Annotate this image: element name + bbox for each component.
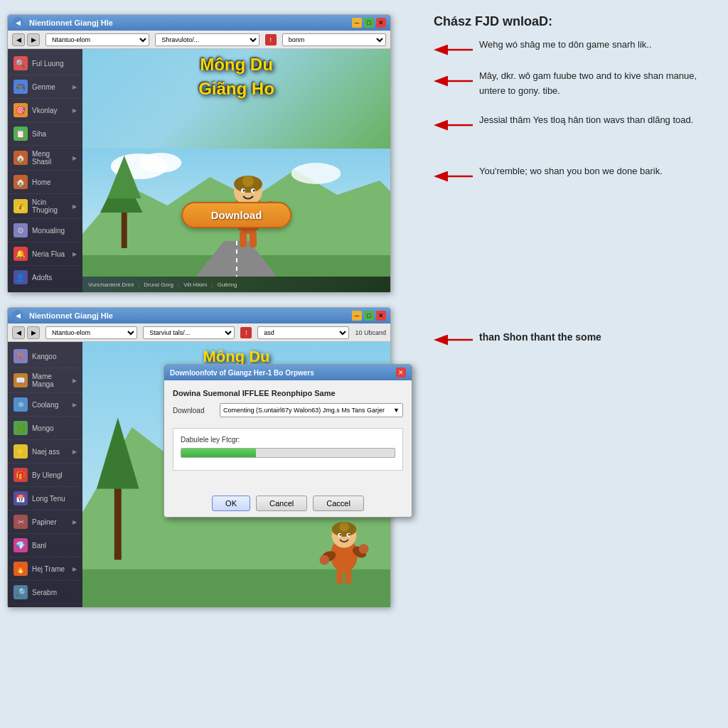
window1-body: 🔍 Ful Luung 🎮 Genme ▶ 🎯 Vkonlay ▶ � — [8, 49, 390, 292]
window2-controls[interactable]: ─ □ ✕ — [352, 311, 386, 321]
extra-nav[interactable]: bonm — [282, 33, 386, 46]
w2-sidebar-icon-6: 📅 — [14, 491, 28, 505]
nav-buttons[interactable]: ◀ ▶ — [12, 33, 40, 46]
dialog-cancel-button[interactable]: Cancel — [256, 496, 307, 511]
sidebar-item-2[interactable]: 🎯 Vkonlay ▶ — [8, 99, 82, 122]
dialog-titlebar: Downloonfotv of Giangz Her-1 Bo Orpwers … — [164, 365, 412, 380]
dialog-ok-button[interactable]: OK — [212, 496, 250, 511]
address-bar[interactable]: Ntantuo-elom — [46, 33, 149, 46]
minimize-button[interactable]: ─ — [352, 18, 362, 28]
maximize-button[interactable]: □ — [364, 18, 374, 28]
w2-sidebar-arrow-7: ▶ — [73, 519, 77, 525]
forward-button[interactable]: ▶ — [27, 33, 40, 46]
annotation-text-1: Wehg wó shâg me to dôn game snarh lik.. — [479, 38, 652, 53]
sidebar-arrow-6: ▶ — [73, 203, 77, 210]
dropdown-arrow-icon: ▼ — [393, 407, 400, 414]
sidebar-item-4[interactable]: 🏠 Meng Shasil ▶ — [8, 146, 82, 171]
nav-tabs[interactable]: Shravuloto/... — [155, 33, 259, 46]
sidebar-label-7: Monualing — [32, 227, 65, 235]
w2-sidebar-arrow-2: ▶ — [73, 402, 77, 408]
w2-sidebar-item-1[interactable]: 📖 Mame Manga ▶ — [8, 368, 82, 393]
w2-back-button[interactable]: ◀ — [12, 326, 25, 339]
w2-nav-tabs[interactable]: Starviut tals/... — [143, 326, 235, 339]
back-button[interactable]: ◀ — [12, 33, 25, 46]
footer-item-3[interactable]: Gultring — [217, 282, 237, 288]
dialog-buttons: OK Cancel Caccel — [164, 490, 412, 517]
icon-button[interactable]: ! — [265, 34, 277, 46]
annotation-3: Jessial thâm Yes tloą hân tion wavs than… — [434, 113, 714, 136]
w2-sidebar-item-9[interactable]: 🔥 Hej Trame ▶ — [8, 557, 82, 581]
w2-sidebar-item-6[interactable]: 📅 Long Tenu — [8, 487, 82, 510]
download-button-container[interactable]: Download — [181, 195, 292, 228]
sidebar-item-5[interactable]: 🏠 Home — [8, 171, 82, 194]
sidebar-icon-8: 🔔 — [14, 247, 28, 261]
footer-item-1[interactable]: Drund Gorg — [144, 282, 173, 288]
window2-sidebar: 🦘 Kangoo 📖 Mame Manga ▶ ❄ Coolang ▶ — [8, 342, 82, 607]
close-button[interactable]: ✕ — [376, 18, 386, 28]
footer-item-2[interactable]: Vilt Hikim — [183, 282, 207, 288]
w2-sidebar-item-3[interactable]: 🌿 Mongo — [8, 417, 82, 440]
w2-minimize-button[interactable]: ─ — [352, 311, 362, 321]
w2-sidebar-label-6: Long Tenu — [32, 495, 65, 503]
w2-sidebar-item-7[interactable]: ✂ Papiner ▶ — [8, 510, 82, 534]
sidebar-item-9[interactable]: 👤 Adofts — [8, 266, 82, 289]
w2-sidebar-arrow-4: ▶ — [73, 449, 77, 455]
sidebar-label-9: Adofts — [32, 274, 52, 282]
w2-sidebar-item-5[interactable]: 🎁 By Ulengl — [8, 464, 82, 487]
sidebar-icon-2: 🎯 — [14, 103, 28, 117]
w2-sidebar-label-2: Coolang — [32, 401, 58, 409]
sidebar-arrow-8: ▶ — [73, 251, 77, 257]
w2-sidebar-label-4: Naej ass — [32, 448, 60, 456]
bottom-dialog-annotation: than Shon thant the some — [434, 329, 714, 350]
annotation-2: Mây, dkr. wô gam fuube two and to kive s… — [434, 69, 714, 105]
main-annotation-section: Chász FJD wnloaD: Wehg wó shâg me to dôn… — [434, 14, 714, 350]
window1-controls[interactable]: ─ □ ✕ — [352, 18, 386, 28]
sidebar-item-3[interactable]: 📋 Siha — [8, 122, 82, 146]
dialog-close-button[interactable]: ✕ — [396, 368, 406, 378]
arrow2-svg — [434, 70, 476, 92]
w2-sidebar-item-4[interactable]: ⚡ Naej ass ▶ — [8, 440, 82, 464]
dialog-caccel-button[interactable]: Caccel — [313, 496, 364, 511]
w2-sidebar-icon-5: 🎁 — [14, 468, 28, 482]
w2-sidebar-icon-0: 🦘 — [14, 349, 28, 363]
w2-close-button[interactable]: ✕ — [376, 311, 386, 321]
annotation-text-2: Mây, dkr. wô gam fuube two and to kive s… — [479, 69, 714, 99]
footer-item-0[interactable]: Vunchardent Drint — [88, 282, 134, 288]
dialog-dropdown[interactable]: Comenting (S.untairl67y Walon63) Jmg.s M… — [220, 403, 403, 417]
w2-nav-buttons[interactable]: ◀ ▶ — [12, 326, 40, 339]
sidebar-arrow-1: ▶ — [73, 84, 77, 90]
sidebar-label-2: Vkonlay — [32, 107, 58, 114]
w2-toolbar-label: 10 Ubcand — [355, 329, 386, 336]
window2-title: Nientionnet Giangj Hle — [29, 311, 113, 320]
sidebar-item-8[interactable]: 🔔 Neria Flua ▶ — [8, 242, 82, 266]
w2-sidebar-label-10: Serabm — [32, 589, 57, 596]
arrow3-svg — [434, 114, 476, 136]
top-annotations: Wehg wó shâg me to dôn game snarh lik.. … — [434, 38, 714, 136]
game-title-line2: Giãng Ho — [198, 79, 274, 100]
w2-forward-button[interactable]: ▶ — [27, 326, 40, 339]
annotation-bottom-text: than Shon thant the some — [479, 329, 601, 345]
w2-extra-nav[interactable]: asd — [257, 326, 349, 339]
sidebar-icon-9: 👤 — [14, 270, 28, 284]
annotation-text-3: Jessial thâm Yes tloą hân tion wavs than… — [479, 113, 693, 128]
sidebar-label-5: Home — [32, 178, 51, 186]
w2-icon-button[interactable]: ! — [240, 327, 252, 338]
window2-toolbar: ◀ ▶ Ntantuo-elom Starviut tals/... ! asd — [8, 323, 390, 342]
sidebar-item-0[interactable]: 🔍 Ful Luung — [8, 52, 82, 75]
w2-address-bar[interactable]: Ntantuo-elom — [46, 326, 137, 339]
progress-bar-fill — [181, 449, 256, 457]
sidebar-item-7[interactable]: ⚙ Monualing — [8, 219, 82, 242]
w2-sidebar-icon-3: 🌿 — [14, 421, 28, 435]
sidebar-item-1[interactable]: 🎮 Genme ▶ — [8, 75, 82, 99]
progress-bar-background — [181, 448, 395, 458]
w2-sidebar-item-10[interactable]: 🔎 Serabm — [8, 581, 82, 604]
svg-point-14 — [242, 176, 254, 187]
page-container: ◀ Nientionnet Giangj Hle ─ □ ✕ ◀ ▶ Ntant… — [0, 0, 728, 728]
w2-sidebar-item-8[interactable]: 💎 Banl — [8, 534, 82, 557]
w2-sidebar-item-2[interactable]: ❄ Coolang ▶ — [8, 393, 82, 417]
w2-sidebar-item-0[interactable]: 🦘 Kangoo — [8, 345, 82, 368]
download-button[interactable]: Download — [181, 202, 292, 228]
arrow-bottom-svg — [434, 329, 476, 350]
sidebar-item-6[interactable]: 💰 Ncin Thuging ▶ — [8, 194, 82, 219]
w2-maximize-button[interactable]: □ — [364, 311, 374, 321]
